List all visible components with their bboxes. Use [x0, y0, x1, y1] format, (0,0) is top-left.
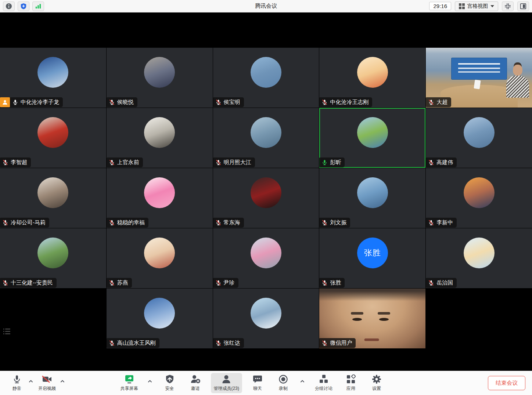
network-status-button[interactable] [32, 1, 44, 11]
participant-tile[interactable]: 张红达 [213, 289, 319, 348]
apps-button[interactable]: 应用 [341, 373, 361, 393]
exit-fullscreen-icon [504, 3, 511, 10]
chat-bubble-icon [253, 374, 262, 384]
manage-members-button[interactable]: 管理成员(23) [211, 373, 242, 393]
participant-name: 中化沧冷王志刚 [330, 99, 369, 106]
participant-tile[interactable]: 冷却公司-马莉 [0, 168, 106, 228]
mic-status-icon [109, 159, 115, 166]
video-options-caret[interactable] [59, 377, 66, 384]
mic-status-icon [2, 220, 8, 226]
meeting-window: 腾讯会议 29:16 宫格视图 [0, 0, 532, 395]
participant-tile[interactable]: 李智超 [0, 108, 106, 168]
avatar [251, 57, 281, 88]
chat-button[interactable]: 聊天 [247, 373, 268, 393]
participant-tile[interactable]: 侯宝明 [213, 48, 319, 108]
mic-status-icon [321, 280, 328, 286]
participant-tile[interactable]: 高山流水王风刚 [107, 289, 213, 348]
participant-tile[interactable]: 中化沧冷李子龙 [0, 48, 106, 108]
info-icon [6, 3, 12, 10]
mic-status-icon [12, 99, 18, 105]
security-button[interactable]: 安全 [159, 373, 180, 393]
mic-status-icon [321, 340, 328, 346]
avatar [357, 57, 388, 88]
participant-name: 彭昕 [330, 159, 341, 166]
settings-label: 设置 [372, 385, 381, 392]
host-badge-icon [0, 97, 10, 107]
participant-tile[interactable]: 李新中 [426, 168, 532, 228]
name-tag: 李新中 [426, 218, 457, 228]
avatar [144, 238, 175, 268]
participant-tile[interactable]: 十三化建--安贵民 [0, 228, 106, 288]
participant-tile[interactable]: 大超 [426, 48, 532, 108]
view-mode-label: 宫格视图 [467, 3, 488, 10]
name-tag: 常东海 [213, 218, 244, 228]
name-tag: 高建伟 [426, 157, 457, 167]
participant-name: 明月照大江 [224, 159, 251, 166]
exit-fullscreen-button[interactable] [502, 1, 514, 11]
avatar [37, 57, 68, 88]
participant-tile[interactable]: 明月照大江 [213, 108, 319, 168]
settings-button[interactable]: 设置 [366, 373, 387, 393]
share-screen-icon [124, 374, 134, 384]
end-meeting-button[interactable]: 结束会议 [488, 376, 525, 390]
participant-tile[interactable]: 苏燕 [107, 228, 213, 288]
name-tag: 张胜 [319, 278, 345, 288]
chat-label: 聊天 [253, 385, 262, 392]
share-screen-button[interactable]: 共享屏幕 [118, 373, 141, 393]
view-mode-button[interactable]: 宫格视图 [455, 1, 498, 11]
name-tag: 上官永前 [107, 157, 143, 167]
camera-off-icon [42, 374, 53, 384]
participant-tile[interactable]: 彭昕 [319, 108, 425, 168]
participant-tile[interactable]: 张胜 张胜 [319, 228, 425, 288]
participant-name: 上官永前 [117, 159, 139, 166]
member-list-toggle-icon[interactable] [3, 327, 12, 337]
participant-name: 中化沧冷李子龙 [21, 99, 59, 106]
manage-members-label: 管理成员(23) [214, 385, 239, 392]
name-tag: 高山流水王风刚 [107, 338, 159, 348]
name-tag: 李智超 [0, 157, 31, 167]
avatar: 张胜 [357, 238, 388, 268]
mic-status-icon [109, 99, 115, 105]
invite-person-icon [190, 374, 201, 384]
participant-tile[interactable]: 侯晓悦 [107, 48, 213, 108]
invite-button[interactable]: 邀请 [185, 373, 206, 393]
participant-tile[interactable]: 刘文振 [319, 168, 425, 228]
participant-tile[interactable]: 常东海 [213, 168, 319, 228]
invite-label: 邀请 [191, 385, 200, 392]
mic-status-icon [321, 159, 328, 166]
participant-tile[interactable]: 岳治国 [426, 228, 532, 288]
breakout-rooms-button[interactable]: 分组讨论 [312, 373, 335, 393]
participant-name: 高建伟 [436, 159, 453, 166]
control-toolbar: 静音 开启视频 [0, 371, 532, 395]
participant-tile[interactable]: 高建伟 [426, 108, 532, 168]
empty-cell [426, 289, 532, 348]
share-screen-label: 共享屏幕 [121, 385, 138, 392]
record-button[interactable]: 录制 [273, 373, 294, 393]
mute-button[interactable]: 静音 [7, 373, 27, 393]
security-status-button[interactable] [18, 1, 29, 11]
name-tag: 尹珍 [213, 278, 238, 288]
meeting-timer: 29:16 [429, 2, 451, 10]
record-options-caret[interactable] [299, 377, 306, 384]
participant-name: 十三化建--安贵民 [11, 279, 53, 286]
side-panel-button[interactable] [517, 1, 529, 11]
name-tag: 彭昕 [319, 157, 345, 167]
participant-name: 张胜 [330, 279, 341, 286]
participant-tile[interactable]: 尹珍 [213, 228, 319, 288]
meeting-info-button[interactable] [3, 1, 15, 11]
name-tag: 中化沧冷王志刚 [319, 97, 372, 107]
start-video-button[interactable]: 开启视频 [35, 373, 59, 393]
participant-name: 冷却公司-马莉 [11, 219, 46, 226]
name-tag: 张红达 [213, 338, 244, 348]
audio-options-caret[interactable] [27, 377, 35, 384]
name-tag: 明月照大江 [213, 157, 255, 167]
participant-tile[interactable]: 中化沧冷王志刚 [319, 48, 425, 108]
mic-status-icon [321, 99, 328, 105]
participant-name: 稳稳的幸福 [117, 219, 145, 226]
participant-tile[interactable]: 微信用户 [319, 289, 425, 348]
share-options-caret[interactable] [146, 377, 154, 384]
participant-tile[interactable]: 上官永前 [107, 108, 213, 168]
avatar [251, 177, 281, 208]
mic-status-icon [428, 159, 434, 166]
participant-tile[interactable]: 稳稳的幸福 [107, 168, 213, 228]
